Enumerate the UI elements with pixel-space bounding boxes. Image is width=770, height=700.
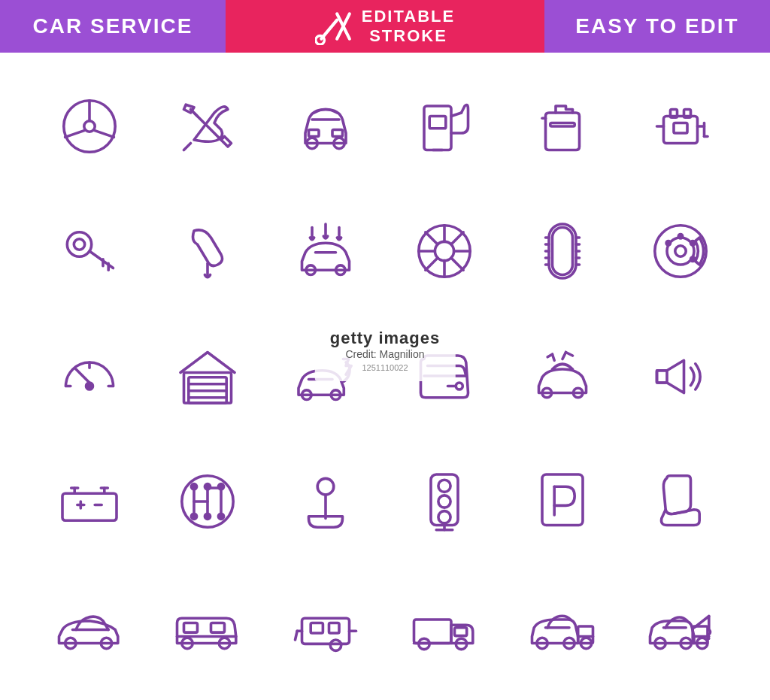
svg-line-7 [65, 130, 84, 137]
svg-rect-119 [542, 474, 583, 526]
steering-wheel-icon [30, 74, 148, 179]
svg-rect-129 [311, 623, 323, 633]
svg-rect-136 [454, 628, 466, 636]
fuel-can-icon [503, 74, 621, 179]
tire-icon [503, 198, 621, 304]
svg-rect-90 [657, 371, 668, 383]
svg-rect-12 [309, 130, 320, 137]
svg-rect-13 [332, 130, 343, 137]
pickup-icon [503, 574, 621, 679]
center-scissors-icon [315, 8, 353, 45]
battery-icon [30, 449, 148, 554]
svg-line-9 [183, 144, 190, 150]
svg-rect-124 [211, 623, 224, 632]
svg-point-111 [318, 478, 335, 495]
gearbox-icon [148, 449, 266, 554]
horn-icon [622, 323, 740, 429]
svg-rect-22 [664, 117, 698, 144]
car-front-icon [267, 74, 385, 179]
svg-line-8 [94, 130, 114, 137]
gear-shift-icon [267, 449, 385, 554]
svg-point-65 [675, 246, 686, 256]
tools-icon [148, 74, 266, 179]
svg-point-68 [691, 257, 695, 261]
svg-point-131 [331, 640, 341, 650]
engine-icon [622, 74, 740, 179]
icons-grid [0, 53, 770, 700]
svg-point-108 [191, 514, 196, 519]
svg-line-87 [565, 353, 572, 356]
svg-point-67 [691, 241, 695, 245]
banner-left-title: CAR SERVICE [33, 14, 193, 38]
svg-point-115 [438, 495, 450, 508]
svg-rect-130 [329, 623, 340, 633]
svg-line-89 [547, 355, 552, 358]
sedan-icon [30, 574, 148, 679]
oil-can-icon [148, 198, 266, 304]
svg-line-134 [296, 631, 298, 640]
banner-right: EASY TO EDIT [544, 0, 770, 53]
svg-line-71 [76, 369, 89, 383]
svg-point-66 [679, 235, 683, 238]
svg-point-106 [205, 483, 210, 489]
car-crash-icon [503, 323, 621, 429]
tow-truck-icon [622, 574, 740, 679]
svg-point-116 [438, 511, 450, 523]
svg-line-50 [425, 258, 437, 270]
svg-rect-29 [674, 123, 687, 134]
parking-icon [503, 449, 621, 554]
center-text: EDITABLE STROKE [362, 7, 455, 46]
brake-disc-icon [622, 198, 740, 304]
banner-left: CAR SERVICE [0, 0, 226, 53]
caravan-icon [267, 574, 385, 679]
svg-rect-113 [431, 474, 458, 526]
svg-line-48 [451, 258, 463, 270]
svg-line-49 [451, 232, 463, 244]
svg-rect-91 [62, 493, 117, 520]
car-door-icon [385, 323, 503, 429]
rv-icon [148, 574, 266, 679]
truck-icon [385, 574, 503, 679]
electric-car-icon [267, 323, 385, 429]
svg-rect-52 [552, 228, 572, 275]
banner-right-title: EASY TO EDIT [575, 14, 738, 38]
svg-point-1 [316, 36, 325, 45]
banner-center: EDITABLE STROKE [226, 0, 544, 53]
svg-point-109 [205, 514, 210, 519]
garage-icon [148, 323, 266, 429]
svg-point-31 [74, 239, 84, 250]
svg-line-47 [425, 232, 437, 244]
svg-point-107 [218, 483, 223, 489]
svg-line-18 [451, 113, 462, 117]
svg-rect-23 [671, 110, 678, 118]
speedometer-icon [30, 323, 148, 429]
key-icon [30, 198, 148, 304]
svg-point-30 [67, 232, 91, 256]
car-seat-icon [622, 449, 740, 554]
svg-point-110 [218, 514, 223, 519]
svg-point-69 [666, 241, 670, 245]
svg-rect-17 [429, 117, 446, 129]
svg-rect-128 [302, 618, 350, 644]
svg-rect-24 [684, 110, 691, 118]
svg-point-114 [438, 480, 450, 492]
svg-rect-20 [550, 123, 574, 127]
fuel-pump-icon [385, 74, 503, 179]
svg-rect-123 [183, 623, 197, 632]
car-wash-icon [267, 198, 385, 304]
svg-point-105 [191, 483, 196, 489]
top-banner: CAR SERVICE EDITABLE STROKE EASY TO EDIT [0, 0, 770, 53]
wheel-icon [385, 198, 503, 304]
traffic-light-icon [385, 449, 503, 554]
